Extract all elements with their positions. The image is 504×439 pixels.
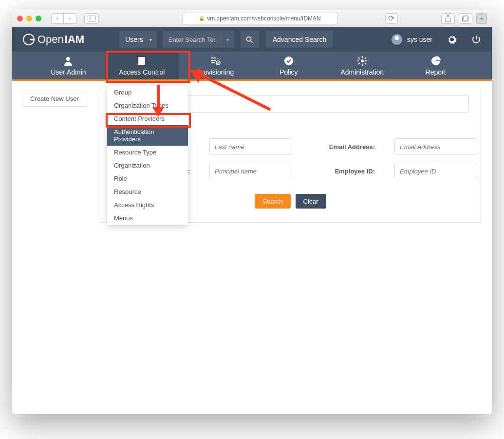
svg-line-5 (251, 40, 253, 42)
nav-policy[interactable]: Policy (252, 52, 325, 79)
share-icon (445, 15, 451, 22)
menu-item-organization[interactable]: Organization (107, 159, 188, 172)
lock-icon: 🔒 (199, 16, 205, 21)
address-bar[interactable]: 🔒 vm.openiam.com/webconsole/menu/IDMAN (182, 13, 338, 24)
back-button[interactable]: ‹ (51, 13, 64, 24)
menu-item-group[interactable]: Group (107, 86, 188, 99)
nav-buttons: ‹ › (51, 13, 76, 24)
menu-item-role[interactable]: Role (107, 172, 188, 185)
svg-point-11 (138, 62, 139, 63)
menu-item-menus[interactable]: Menus (107, 211, 188, 225)
menu-item-content-providers[interactable]: Content Providers (107, 112, 188, 125)
close-window-button[interactable] (17, 16, 23, 21)
content-area: Create New User arts with' algorithm Ema… (12, 86, 492, 388)
gear-icon (448, 36, 457, 44)
search-scope-dropdown[interactable]: Users (119, 31, 157, 48)
settings-button[interactable] (447, 35, 457, 44)
employee-input[interactable] (394, 163, 477, 179)
sidebar-icon (88, 16, 95, 21)
svg-rect-2 (463, 17, 467, 21)
search-button[interactable]: Search (255, 194, 290, 209)
nav-provisioning[interactable]: Provisioning (179, 52, 252, 79)
logo-icon (23, 34, 35, 45)
svg-rect-17 (357, 60, 359, 61)
principal-input[interactable] (209, 163, 292, 179)
svg-rect-16 (362, 64, 363, 66)
search-box: ▾ (163, 31, 234, 48)
svg-rect-0 (88, 16, 95, 21)
list-check-icon (210, 56, 221, 66)
avatar (392, 34, 402, 45)
svg-point-9 (138, 58, 139, 59)
svg-rect-20 (364, 62, 366, 64)
svg-rect-7 (139, 57, 145, 65)
svg-rect-18 (365, 60, 367, 61)
sidebar-toggle-button[interactable] (84, 13, 99, 24)
svg-point-4 (247, 37, 251, 41)
menu-item-resource[interactable]: Resource (107, 185, 188, 198)
reload-button[interactable]: ⟳ (385, 13, 398, 24)
nav-access-control[interactable]: Access Control (105, 52, 179, 79)
svg-rect-15 (362, 56, 363, 58)
svg-rect-19 (358, 57, 360, 59)
search-button[interactable] (241, 31, 259, 48)
logout-button[interactable] (471, 35, 481, 44)
search-icon (246, 36, 253, 43)
clear-button[interactable]: Clear (296, 194, 326, 209)
url-text: vm.openiam.com/webconsole/menu/IDMAN (207, 15, 320, 22)
app-topbar: OpenIAM Users ▾ Advanced Search sys user (12, 27, 492, 52)
forward-button[interactable]: › (64, 13, 76, 24)
tabs-icon (462, 16, 469, 21)
maximize-window-button[interactable] (36, 16, 41, 21)
titlebar: ‹ › 🔒 vm.openiam.com/webconsole/menu/IDM… (12, 10, 492, 27)
main-nav: User Admin Access Control Provisioning P… (12, 52, 492, 81)
user-icon (63, 56, 74, 66)
gear-icon (357, 56, 368, 66)
svg-point-13 (284, 57, 293, 65)
email-input[interactable] (394, 138, 477, 155)
svg-point-6 (66, 57, 70, 61)
svg-rect-21 (364, 57, 366, 59)
nav-administration[interactable]: Administration (325, 52, 399, 79)
tabs-button[interactable] (459, 13, 472, 24)
menu-item-organization-types[interactable]: Organization Types (107, 99, 188, 112)
check-circle-icon (283, 56, 294, 66)
nav-user-admin[interactable]: User Admin (32, 52, 105, 79)
power-icon (473, 36, 480, 43)
menu-item-access-rights[interactable]: Access Rights (107, 198, 188, 211)
search-input[interactable] (163, 36, 221, 43)
search-options-dropdown[interactable]: ▾ (221, 37, 234, 42)
book-icon (136, 56, 147, 66)
lastname-input[interactable] (209, 138, 292, 155)
access-control-dropdown: Group Organization Types Content Provide… (107, 86, 188, 225)
pie-chart-icon (430, 56, 441, 66)
svg-rect-3 (464, 16, 468, 20)
share-button[interactable] (441, 13, 455, 24)
browser-window: ‹ › 🔒 vm.openiam.com/webconsole/menu/IDM… (12, 10, 492, 414)
email-label: Email Address: (312, 143, 375, 151)
svg-point-10 (138, 60, 139, 61)
logo[interactable]: OpenIAM (23, 33, 84, 46)
svg-rect-22 (358, 62, 360, 64)
employee-label: Employee ID: (312, 168, 375, 175)
minimize-window-button[interactable] (26, 16, 32, 21)
new-tab-button[interactable]: + (476, 13, 487, 24)
create-new-user-button[interactable]: Create New User (23, 91, 86, 107)
window-controls (17, 16, 41, 21)
svg-point-14 (361, 59, 364, 62)
user-menu[interactable]: sys user (392, 34, 432, 45)
menu-item-authentication-providers[interactable]: Authentication Providers (107, 125, 188, 146)
advanced-search-button[interactable]: Advanced Search (266, 31, 334, 48)
menu-item-resource-type[interactable]: Resource Type (107, 146, 188, 159)
nav-report[interactable]: Report (399, 52, 472, 79)
